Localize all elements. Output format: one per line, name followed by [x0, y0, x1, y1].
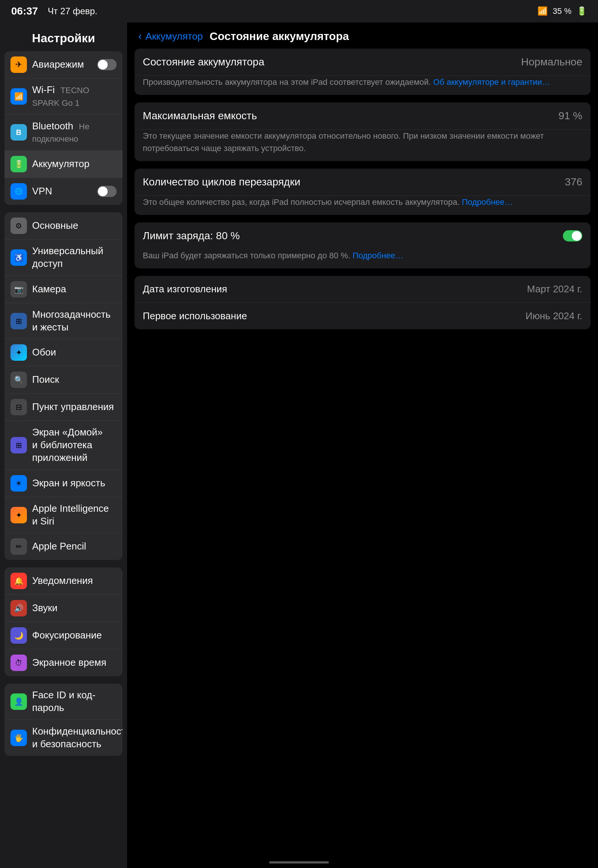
sidebar-item-camera[interactable]: 📷 Камера — [4, 276, 123, 303]
charge-limit-link[interactable]: Подробнее… — [353, 251, 403, 260]
sidebar-item-label: Звуки — [32, 602, 117, 615]
status-left: 06:37 Чт 27 февр. — [11, 5, 97, 17]
search-icon: 🔍 — [10, 371, 27, 388]
sidebar-item-intelligence[interactable]: ✦ Apple Intelligence и Siri — [4, 497, 123, 533]
battery-status-label: Состояние аккумулятора — [143, 56, 264, 68]
cycles-card: Количество циклов перезарядки 376 Это об… — [135, 169, 591, 215]
sidebar-item-label: Bluetooth Не подключено — [32, 120, 117, 145]
sidebar-item-bluetooth[interactable]: B Bluetooth Не подключено — [4, 115, 123, 151]
vpn-toggle[interactable] — [97, 186, 117, 197]
cycles-value: 376 — [565, 176, 582, 188]
sidebar-item-screentime[interactable]: ⏱ Экранное время — [4, 650, 123, 676]
sidebar-item-multitasking[interactable]: ⊞ Многозадачность и жесты — [4, 303, 123, 340]
sidebar-item-faceid[interactable]: 👤 Face ID и код-пароль — [4, 684, 123, 720]
homescreen-icon: ⊞ — [10, 437, 27, 453]
charge-limit-description: Ваш iPad будет заряжаться только примерн… — [135, 249, 591, 268]
sidebar-item-homescreen[interactable]: ⊞ Экран «Домой» и библиотека приложений — [4, 421, 123, 470]
sidebar-item-controlcenter[interactable]: ⊟ Пункт управления — [4, 394, 123, 421]
charge-limit-card: Лимит заряда: 80 % Ваш iPad будет заряжа… — [135, 222, 591, 268]
sidebar-item-notifications[interactable]: 🔔 Уведомления — [4, 567, 123, 595]
status-time: 06:37 — [11, 5, 38, 17]
sidebar-item-label: Поиск — [32, 373, 117, 386]
cycles-row: Количество циклов перезарядки 376 — [135, 169, 591, 196]
sidebar-item-label: VPN — [32, 185, 97, 198]
charge-limit-toggle[interactable] — [563, 230, 582, 241]
main-layout: Настройки ✈ Авиарежим 📶 Wi-Fi TECNO SPAR… — [0, 22, 598, 868]
sidebar-item-label: Экран и яркость — [32, 477, 117, 490]
sidebar-item-search[interactable]: 🔍 Поиск — [4, 366, 123, 394]
sidebar-item-wallpaper[interactable]: ✦ Обои — [4, 339, 123, 366]
display-icon: ☀ — [10, 475, 27, 492]
max-capacity-label: Максимальная емкость — [143, 110, 257, 122]
sidebar-item-battery[interactable]: 🔋 Аккумулятор — [4, 151, 123, 178]
settings-group-4: 👤 Face ID и код-пароль 🖐 Конфиденциально… — [4, 684, 123, 756]
sounds-icon: 🔊 — [10, 600, 27, 617]
bluetooth-icon: B — [10, 124, 27, 141]
battery-status-link[interactable]: Об аккумуляторе и гарантии… — [433, 77, 550, 87]
sidebar-item-accessibility[interactable]: ♿ Универсальный доступ — [4, 239, 123, 276]
sidebar: Настройки ✈ Авиарежим 📶 Wi-Fi TECNO SPAR… — [0, 22, 127, 868]
max-capacity-value: 91 % — [558, 110, 582, 122]
sidebar-item-label: Камера — [32, 283, 117, 296]
sidebar-item-pencil[interactable]: ✏ Apple Pencil — [4, 533, 123, 560]
back-button[interactable]: Аккумулятор — [145, 31, 203, 42]
content-cards: Состояние аккумулятора Нормальное Произв… — [127, 49, 598, 329]
sidebar-item-vpn[interactable]: 🌐 VPN — [4, 178, 123, 205]
battery-status-description: Производительность аккумулятора на этом … — [135, 76, 591, 95]
cycles-label: Количество циклов перезарядки — [143, 176, 300, 188]
bluetooth-sublabel: Не подключено — [32, 122, 89, 144]
wallpaper-icon: ✦ — [10, 344, 27, 361]
status-bar: 06:37 Чт 27 февр. 📶 35 % 🔋 — [0, 0, 598, 22]
general-icon: ⚙ — [10, 217, 27, 234]
manufactured-value: Март 2024 г. — [527, 283, 582, 295]
sidebar-title: Настройки — [0, 22, 127, 51]
sidebar-item-privacy[interactable]: 🖐 Конфиденциальность и безопасность — [4, 720, 123, 756]
sidebar-item-label: Фокусирование — [32, 629, 117, 642]
sidebar-item-label: Apple Pencil — [32, 540, 117, 553]
manufactured-row: Дата изготовления Март 2024 г. — [135, 276, 591, 303]
faceid-icon: 👤 — [10, 693, 27, 710]
sidebar-item-display[interactable]: ☀ Экран и яркость — [4, 470, 123, 497]
cycles-link[interactable]: Подробнее… — [462, 198, 513, 207]
max-capacity-row: Максимальная емкость 91 % — [135, 102, 591, 130]
status-date: Чт 27 февр. — [48, 6, 97, 16]
sidebar-item-airplane[interactable]: ✈ Авиарежим — [4, 51, 123, 78]
sidebar-item-sounds[interactable]: 🔊 Звуки — [4, 595, 123, 622]
max-capacity-description: Это текущее значение емкости аккумулятор… — [135, 130, 591, 161]
sidebar-item-wifi[interactable]: 📶 Wi-Fi TECNO SPARK Go 1 — [4, 78, 123, 115]
sidebar-item-focus[interactable]: 🌙 Фокусирование — [4, 622, 123, 650]
wifi-icon: 📶 — [537, 6, 547, 16]
sidebar-item-label: Экран «Домой» и библиотека приложений — [32, 426, 117, 464]
sidebar-item-label: Apple Intelligence и Siri — [32, 503, 117, 528]
settings-group-2: ⚙ Основные ♿ Универсальный доступ 📷 Каме… — [4, 213, 123, 560]
battery-status-row: Состояние аккумулятора Нормальное — [135, 49, 591, 76]
notifications-icon: 🔔 — [10, 573, 27, 589]
sidebar-item-label: Авиарежим — [32, 58, 97, 71]
charge-limit-label: Лимит заряда: 80 % — [143, 230, 240, 242]
battery-settings-icon: 🔋 — [10, 156, 27, 172]
airplane-toggle[interactable] — [97, 59, 117, 70]
charge-limit-row: Лимит заряда: 80 % — [135, 222, 591, 249]
info-card: Дата изготовления Март 2024 г. Первое ис… — [135, 276, 591, 329]
sidebar-item-label: Обои — [32, 346, 117, 359]
status-right: 📶 35 % 🔋 — [537, 6, 587, 16]
battery-icon: 🔋 — [577, 6, 587, 16]
screentime-icon: ⏱ — [10, 654, 27, 671]
wifi-settings-icon: 📶 — [10, 88, 27, 105]
sidebar-item-label: Пункт управления — [32, 401, 117, 413]
page-title: Состояние аккумулятора — [210, 30, 349, 43]
sidebar-item-label: Wi-Fi TECNO SPARK Go 1 — [32, 84, 117, 109]
sidebar-item-label: Конфиденциальность и безопасность — [32, 725, 123, 751]
content-area: ‹ Аккумулятор Состояние аккумулятора Сос… — [127, 22, 598, 868]
max-capacity-card: Максимальная емкость 91 % Это текущее зн… — [135, 102, 591, 161]
back-chevron-icon: ‹ — [138, 30, 142, 42]
accessibility-icon: ♿ — [10, 249, 27, 266]
sidebar-item-label: Многозадачность и жесты — [32, 308, 117, 334]
pencil-icon: ✏ — [10, 538, 27, 555]
home-indicator — [269, 861, 329, 864]
airplane-toggle-wrap — [97, 59, 117, 70]
intelligence-icon: ✦ — [10, 507, 27, 523]
first-use-row: Первое использование Июнь 2024 г. — [135, 303, 591, 329]
sidebar-item-general[interactable]: ⚙ Основные — [4, 213, 123, 239]
settings-group-1: ✈ Авиарежим 📶 Wi-Fi TECNO SPARK Go 1 B B… — [4, 51, 123, 205]
